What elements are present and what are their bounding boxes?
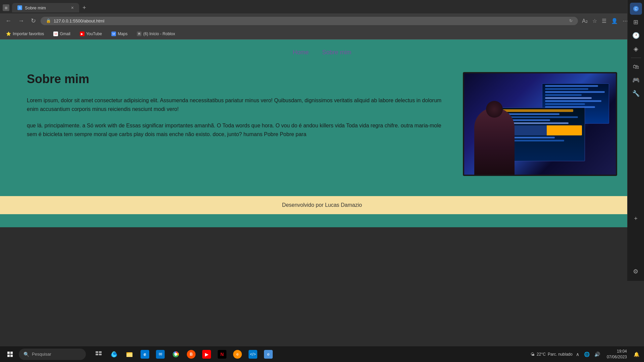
taskbar-chrome[interactable]: [168, 347, 183, 362]
navigation-bar: ← → ↻ 🔒 127.0.0.1:5500/about.html ↻ A₂ ☆…: [0, 13, 644, 28]
taskbar-right: 🌤 22°C Parc. nublado ∧ 🌐 🔊 19:04 07/06/2…: [531, 349, 644, 360]
sidebar-add-button[interactable]: +: [630, 213, 642, 225]
taskbar-edge2[interactable]: e: [138, 347, 152, 362]
svg-point-17: [174, 353, 177, 356]
browser-menu-icon[interactable]: ⊞: [3, 4, 9, 11]
bookmark-roblox-label: (6) Início - Roblox: [143, 32, 175, 36]
svg-rect-2: [7, 352, 10, 354]
svg-rect-7: [99, 351, 102, 353]
bookmarks-bar: ⭐ Importar favoritos M Gmail ▶ YouTube M…: [0, 28, 644, 40]
nav-sobre-link[interactable]: Sobre mim: [322, 49, 351, 56]
taskbar-search-bar[interactable]: 🔍 Pesquisar: [19, 349, 86, 360]
active-tab[interactable]: S Sobre mim ×: [12, 3, 79, 12]
paragraph-2: que lá. principalmente. a Só work with d…: [27, 121, 443, 138]
importar-icon: ⭐: [6, 32, 11, 36]
refresh-small-icon: ↻: [569, 18, 573, 23]
weather-temp: 22°C: [537, 352, 546, 357]
content-left: Sobre mim Lorem ipsum, dolor sit amet co…: [27, 72, 443, 146]
lock-icon: 🔒: [46, 18, 51, 23]
bookmark-importar-label: Importar favoritos: [13, 32, 44, 36]
clock-date: 07/06/2023: [607, 354, 627, 360]
sidebar-games-icon[interactable]: 🎮: [630, 74, 642, 86]
svg-rect-8: [96, 354, 98, 355]
gmail-icon: M: [53, 32, 58, 36]
taskbar-youtube[interactable]: ▶: [199, 347, 214, 362]
sidebar-settings-icon[interactable]: ⚙: [630, 265, 642, 278]
desktop-area: ⚙: [0, 227, 644, 281]
sidebar-tools-icon[interactable]: 🔧: [630, 87, 642, 100]
tab-close-button[interactable]: ×: [71, 5, 74, 10]
maps-icon: M: [111, 32, 116, 36]
website-footer: Desenvolvido por Lucas Damazio: [0, 196, 644, 214]
search-placeholder: Pesquisar: [32, 352, 51, 357]
sidebar-shopping-icon[interactable]: 🛍: [630, 61, 642, 73]
start-button[interactable]: [3, 347, 17, 362]
bookmark-roblox[interactable]: R (6) Início - Roblox: [135, 31, 177, 37]
taskbar-browser2[interactable]: e: [261, 347, 276, 362]
website-nav: Home Sobre mim: [0, 40, 644, 65]
taskbar-edge-canary[interactable]: e: [230, 347, 245, 362]
svg-rect-5: [10, 355, 13, 357]
sidebar-favorites-icon[interactable]: ⊞: [630, 16, 642, 28]
network-icon[interactable]: 🌐: [582, 350, 592, 358]
sidebar-collections-icon[interactable]: ◈: [630, 43, 642, 55]
svg-rect-4: [7, 355, 10, 357]
roblox-icon: R: [137, 32, 142, 36]
paragraph-1: Lorem ipsum, dolor sit amet consectetur …: [27, 96, 443, 113]
main-image: [463, 72, 617, 176]
code-line: [545, 91, 605, 93]
taskbar-mail[interactable]: ✉: [153, 347, 168, 362]
notification-icon[interactable]: 🔔: [632, 350, 641, 358]
address-bar[interactable]: 🔒 127.0.0.1:5500/about.html ↻: [41, 17, 578, 25]
bookmark-maps-label: Maps: [118, 32, 127, 36]
head-shape: [486, 101, 503, 118]
back-button[interactable]: ←: [3, 16, 13, 26]
weather-widget[interactable]: 🌤 22°C Parc. nublado: [531, 352, 573, 357]
tab-title: Sobre mim: [25, 5, 46, 10]
address-text: 127.0.0.1:5500/about.html: [54, 18, 567, 23]
edge-sidebar: C ⊞ 🕐 ◈ 🛍 🎮 🔧 +: [627, 0, 644, 228]
bookmark-importar[interactable]: ⭐ Importar favoritos: [4, 31, 46, 37]
bookmark-maps[interactable]: M Maps: [109, 31, 129, 37]
code-line: [545, 97, 592, 99]
nav-home-link[interactable]: Home: [292, 49, 309, 56]
sidebar-copilot-icon[interactable]: C: [630, 3, 642, 15]
chevron-up-icon[interactable]: ∧: [574, 350, 581, 358]
footer-text: Desenvolvido por Lucas Damazio: [282, 202, 362, 208]
code-line: [545, 100, 601, 102]
taskview-button[interactable]: [91, 347, 106, 362]
search-icon: 🔍: [23, 352, 29, 357]
taskbar-brave[interactable]: B: [184, 347, 199, 362]
taskbar-apps: e ✉ B: [91, 347, 276, 362]
taskbar-netflix[interactable]: N: [215, 347, 229, 362]
svg-rect-9: [99, 354, 102, 355]
bookmark-youtube[interactable]: ▶ YouTube: [78, 31, 104, 37]
volume-icon[interactable]: 🔊: [592, 350, 602, 358]
svg-rect-3: [10, 352, 13, 354]
bookmark-gmail[interactable]: M Gmail: [51, 31, 72, 37]
clock-time: 19:04: [607, 349, 627, 354]
taskbar-explorer[interactable]: [122, 347, 137, 362]
favorites-button[interactable]: ☆: [591, 16, 598, 25]
new-tab-button[interactable]: +: [80, 4, 88, 11]
taskbar-edge[interactable]: [107, 347, 121, 362]
svg-point-12: [113, 352, 116, 355]
translate-button[interactable]: A₂: [581, 16, 589, 25]
collections-button[interactable]: ☰: [600, 16, 608, 25]
weather-condition: Parc. nublado: [548, 352, 573, 357]
sidebar-bottom: ⚙: [627, 227, 644, 281]
weather-icon: 🌤: [531, 352, 535, 357]
refresh-button[interactable]: ↻: [29, 16, 38, 26]
taskbar-start-area: 🔍 Pesquisar: [0, 347, 89, 362]
page-title: Sobre mim: [27, 72, 443, 86]
sidebar-history-icon[interactable]: 🕐: [630, 29, 642, 42]
website-body: Sobre mim Lorem ipsum, dolor sit amet co…: [0, 65, 644, 196]
person-silhouette: [474, 108, 515, 175]
content-right: [463, 72, 617, 176]
taskbar-vscode[interactable]: </>: [246, 347, 260, 362]
taskbar-clock[interactable]: 19:04 07/06/2023: [603, 349, 630, 360]
browser-window: ⊞ S Sobre mim × + ← → ↻ 🔒 127.0.0.1:5500…: [0, 0, 644, 281]
system-icons: ∧ 🌐 🔊: [574, 350, 602, 358]
forward-button[interactable]: →: [16, 16, 26, 26]
profile-button[interactable]: 👤: [610, 16, 619, 25]
